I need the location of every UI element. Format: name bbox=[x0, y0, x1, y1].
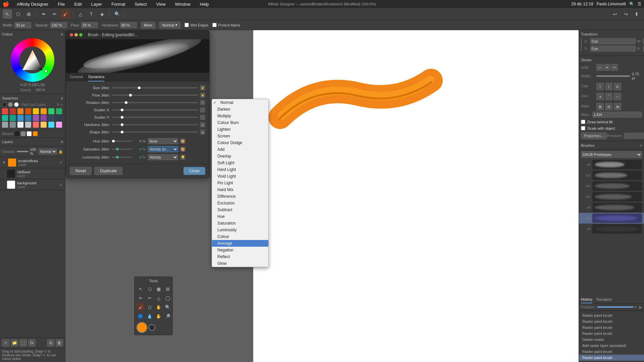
history-item[interactable]: Raster paint brush bbox=[579, 330, 644, 337]
swatches-menu-icon[interactable]: ≡ bbox=[61, 96, 63, 100]
rotation-jitter-slider[interactable] bbox=[112, 102, 198, 103]
duplicate-button[interactable]: Duplicate bbox=[94, 167, 122, 175]
tool-eraser[interactable]: ◻ bbox=[146, 303, 154, 311]
dialog-max-dot[interactable] bbox=[79, 33, 83, 37]
shape-jitter-icon[interactable]: ◈ bbox=[200, 129, 205, 135]
stroke-solid-icon[interactable]: — bbox=[596, 64, 603, 71]
blend-mode-item[interactable]: Colour Burn bbox=[212, 119, 268, 126]
align-inner[interactable]: ⊟ bbox=[605, 103, 612, 110]
layer-item-nib[interactable]: ▶ nibBase Layer bbox=[0, 168, 65, 179]
swatch-color[interactable] bbox=[25, 108, 31, 114]
dialog-close-dot[interactable] bbox=[70, 33, 73, 37]
blend-mode-item[interactable]: Screen bbox=[212, 133, 268, 139]
tool-zoom[interactable]: 🔍 bbox=[164, 303, 172, 311]
swatch-color[interactable] bbox=[41, 122, 47, 128]
flow-input[interactable] bbox=[81, 22, 98, 28]
swatch-color[interactable] bbox=[33, 122, 39, 128]
swatch-color[interactable] bbox=[48, 122, 54, 128]
swatch-black[interactable] bbox=[2, 102, 7, 107]
pencil-tool[interactable]: ✏ bbox=[50, 9, 59, 19]
brush-list-item[interactable]: 64 bbox=[579, 159, 644, 170]
blend-mode-item[interactable]: Saturation bbox=[212, 220, 268, 227]
blend-mode-item[interactable]: Average bbox=[212, 240, 268, 247]
undo-icon[interactable]: ↩ bbox=[610, 9, 620, 19]
scale-with-checkbox[interactable] bbox=[581, 126, 585, 130]
layer-dup-btn[interactable]: ⧉ bbox=[47, 339, 54, 347]
paint-tool[interactable]: 🖌 bbox=[61, 9, 70, 19]
layer-check-scratch[interactable]: ✓ bbox=[59, 160, 63, 165]
blend-mode-item[interactable]: Hard Light bbox=[212, 166, 268, 173]
export-icon[interactable]: ⬆ bbox=[632, 9, 641, 19]
swatch-color[interactable] bbox=[48, 115, 54, 121]
scatter-x-icon[interactable]: ⬚ bbox=[200, 107, 205, 113]
select-tool[interactable]: ↖ bbox=[3, 9, 12, 19]
blend-mode-item[interactable]: Luminosity bbox=[212, 227, 268, 233]
size-jitter-icon[interactable]: ⚡ bbox=[200, 85, 205, 90]
layer-expand-arrow-nib[interactable]: ▶ bbox=[2, 171, 5, 176]
navigator-tab[interactable]: Navigator bbox=[596, 296, 612, 303]
tool-node[interactable]: ⬡ bbox=[146, 285, 154, 293]
swatch-color[interactable] bbox=[2, 122, 8, 128]
swatches-add-icon[interactable]: + bbox=[61, 103, 63, 107]
apple-menu[interactable]: 🍎 bbox=[3, 1, 9, 7]
rotation-jitter-icon[interactable]: ↻ bbox=[200, 100, 205, 105]
saturation-jitter-slider[interactable] bbox=[112, 148, 132, 150]
layer-fx-btn[interactable]: fx bbox=[28, 339, 36, 347]
pen-tool[interactable]: ✒ bbox=[39, 9, 49, 19]
flow-jitter-slider[interactable] bbox=[112, 95, 198, 96]
brush-list-item[interactable]: 32 bbox=[579, 224, 644, 234]
scatter-y-icon[interactable]: ⬚ bbox=[200, 115, 205, 120]
blend-mode-item[interactable]: Colour Dodge bbox=[212, 139, 268, 146]
draw-behind-checkbox[interactable] bbox=[581, 120, 585, 124]
white-canvas[interactable] bbox=[253, 30, 579, 362]
swatch-color[interactable] bbox=[17, 122, 23, 128]
position-end-icon[interactable]: ▶ bbox=[639, 305, 642, 309]
stroke-edit-icon[interactable]: ✏ bbox=[611, 64, 618, 71]
protect-alpha-option[interactable]: Protect Alpha bbox=[212, 23, 240, 27]
swatch-color[interactable] bbox=[33, 115, 39, 121]
x-input[interactable] bbox=[590, 38, 636, 44]
tool-scissors[interactable]: ✂ bbox=[146, 294, 154, 302]
colour-menu-icon[interactable]: ≡ bbox=[61, 32, 63, 36]
tool-dropper[interactable]: 💧 bbox=[146, 312, 154, 320]
node-tool[interactable]: ⬡ bbox=[13, 9, 23, 19]
menu-view[interactable]: View bbox=[154, 1, 168, 7]
swatch-color[interactable] bbox=[10, 115, 16, 121]
cap-square[interactable]: ⊏ bbox=[614, 83, 621, 90]
wet-edges-option[interactable]: Wet Edges bbox=[184, 23, 208, 27]
blend-mode-item[interactable]: Colour bbox=[212, 233, 268, 240]
menu-format[interactable]: Format bbox=[109, 1, 127, 7]
blend-mode-item[interactable]: Pin Light bbox=[212, 180, 268, 186]
tool-move[interactable]: ✋ bbox=[155, 312, 163, 320]
tool-pencil[interactable]: ✏ bbox=[137, 294, 145, 302]
hue-jitter-icon[interactable]: 🎨 bbox=[180, 138, 185, 144]
swatch-white[interactable] bbox=[14, 102, 19, 107]
stroke-width-slider[interactable] bbox=[596, 75, 630, 77]
text-tool[interactable]: T bbox=[87, 9, 96, 19]
luminosity-jitter-select[interactable]: Velocity None bbox=[148, 154, 178, 160]
brush-list-item[interactable]: 64 bbox=[579, 202, 644, 213]
reset-button[interactable]: Reset bbox=[70, 167, 92, 175]
blend-mode-item[interactable]: Add bbox=[212, 146, 268, 153]
search-icon[interactable]: 🔍 bbox=[629, 2, 634, 6]
history-item[interactable]: Raster paint brush bbox=[579, 349, 644, 355]
blend-mode-item[interactable]: Negation bbox=[212, 247, 268, 253]
flow-jitter-icon[interactable]: ⚡ bbox=[200, 93, 205, 98]
protect-alpha-checkbox[interactable] bbox=[212, 23, 217, 27]
layer-item-scratch[interactable]: ▼ scratchArea Layer ✓ bbox=[0, 157, 65, 168]
swatch-color[interactable] bbox=[25, 122, 31, 128]
menu-edit[interactable]: Edit bbox=[72, 1, 84, 7]
recent-4[interactable] bbox=[33, 131, 38, 136]
layer-add-btn[interactable]: + bbox=[2, 339, 9, 347]
layers-menu-icon[interactable]: ≡ bbox=[61, 140, 63, 144]
menu-app[interactable]: Affinity Designer bbox=[15, 1, 50, 7]
pressure-input[interactable] bbox=[624, 133, 644, 139]
menu-help[interactable]: Help bbox=[198, 1, 211, 7]
swatch-color[interactable] bbox=[2, 108, 8, 114]
blend-mode-item[interactable]: Vivid Light bbox=[212, 173, 268, 180]
tool-fill[interactable]: 🔵 bbox=[137, 312, 145, 320]
hamburger-icon[interactable]: ☰ bbox=[638, 2, 641, 6]
swatch-color[interactable] bbox=[10, 108, 16, 114]
tool-select[interactable]: ↖ bbox=[137, 285, 145, 293]
swatch-color[interactable] bbox=[17, 115, 23, 121]
